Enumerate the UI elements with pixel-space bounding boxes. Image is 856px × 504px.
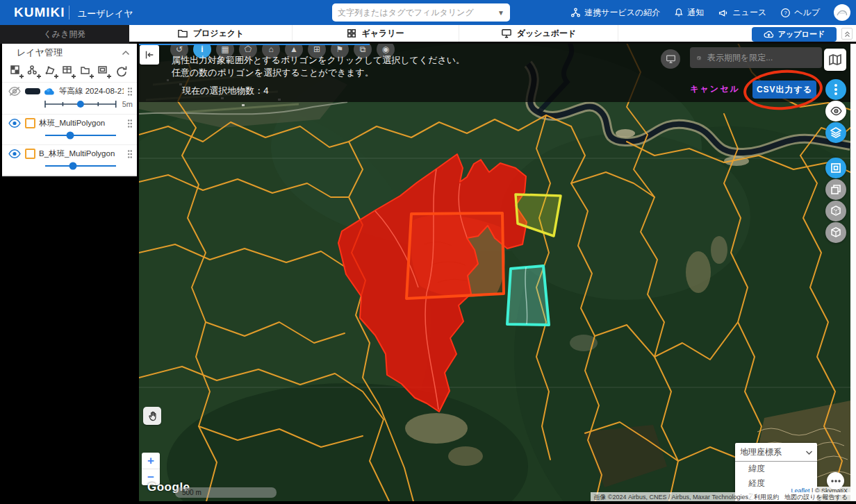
page-scroll-strip[interactable] xyxy=(850,25,856,504)
filter-search-box[interactable]: ▼ xyxy=(332,3,510,22)
basemap-button[interactable] xyxy=(824,49,846,71)
nav-notifications[interactable]: 通知 xyxy=(674,7,704,19)
csv-export-button[interactable]: CSV出力する xyxy=(752,81,816,99)
cancel-button[interactable]: キャンセル xyxy=(685,83,745,95)
tab-workspace[interactable]: くみき開発 xyxy=(0,25,129,44)
refresh-icon[interactable] xyxy=(114,64,130,80)
drag-indicator-icon[interactable] xyxy=(127,149,133,159)
window-frame-bottom xyxy=(0,501,856,504)
layer-swatch-outline[interactable] xyxy=(25,118,35,128)
folder-icon xyxy=(177,28,188,38)
display-period-box[interactable] xyxy=(690,47,822,68)
layer-row-contour[interactable]: 等高線 2024-08-21… 5m xyxy=(2,83,137,115)
cube-dashed-icon xyxy=(830,205,842,217)
workspace-label: ユーザレイヤ xyxy=(78,8,133,20)
layer-swatch-line[interactable] xyxy=(25,88,40,94)
view-2d-button[interactable] xyxy=(825,158,846,178)
hand-icon xyxy=(147,410,158,421)
share-nodes-icon xyxy=(570,7,581,18)
tab-project-label: プロジェクト xyxy=(193,28,245,40)
opacity-slider[interactable] xyxy=(44,131,119,140)
tab-project[interactable]: プロジェクト xyxy=(129,25,292,42)
polygon-cyan[interactable] xyxy=(507,266,549,325)
layer-panel-title: レイヤ管理 xyxy=(17,47,122,59)
nav-help[interactable]: ? ヘルプ xyxy=(780,7,820,19)
upload-cloud-icon xyxy=(764,30,774,39)
zoom-in-button[interactable]: + xyxy=(142,453,160,469)
drag-indicator-icon[interactable] xyxy=(127,87,133,96)
user-avatar[interactable] xyxy=(834,4,850,21)
instruction-line1: 属性出力対象範囲外とするポリゴンをクリックして選択してください。 xyxy=(172,54,465,67)
coordinate-system-select[interactable]: 地理座標系 xyxy=(735,443,817,462)
header-divider xyxy=(69,6,69,19)
add-folder-icon[interactable] xyxy=(79,64,95,80)
help-circle-icon: ? xyxy=(780,8,791,18)
nav-news[interactable]: ニュース xyxy=(718,7,766,19)
tab-dashboard[interactable]: ダッシュボード xyxy=(459,25,618,42)
nav-services-label: 連携サービスの紹介 xyxy=(584,7,660,19)
app-logo: KUMIKI xyxy=(14,5,65,20)
satellite-map[interactable] xyxy=(139,43,850,504)
instruction-line2: 任意の数のポリゴンを選択することができます。 xyxy=(172,67,374,79)
contour-interval-label: 5m xyxy=(122,100,133,108)
map-icon xyxy=(828,53,842,66)
opacity-slider[interactable] xyxy=(44,161,119,171)
tab-gallery[interactable]: ギャラリー xyxy=(292,25,459,42)
pan-tool-button[interactable] xyxy=(143,407,161,425)
display-period-input[interactable] xyxy=(707,53,815,62)
layer-row-rinpan[interactable]: 林班_MultiPolygon xyxy=(2,115,137,145)
drag-indicator-icon[interactable] xyxy=(127,119,133,128)
layer-swatch-outline[interactable] xyxy=(25,149,35,159)
map-canvas[interactable]: ↺ i ▦ ⬠ ⌂ ▲ ⊞ ⚑ ⧉ ◉ 属性出力対象範囲外とするポリゴンをクリッ… xyxy=(139,43,850,504)
chevron-down-icon[interactable]: ▼ xyxy=(497,9,504,17)
add-raster-icon[interactable] xyxy=(9,64,25,80)
app-header: KUMIKI ユーザレイヤ ▼ 連携サービスの紹介 通知 ニュース ? ヘルプ xyxy=(0,0,856,25)
more-vert-button[interactable] xyxy=(825,79,846,100)
upload-button-label: アップロード xyxy=(778,29,825,40)
collapse-header-button[interactable] xyxy=(841,28,853,40)
grid-icon xyxy=(347,28,356,38)
visibility-button[interactable] xyxy=(825,101,846,121)
pages-button[interactable] xyxy=(825,179,846,200)
caret-down-icon xyxy=(806,451,812,455)
coordinate-system-label: 地理座標系 xyxy=(740,446,806,458)
layer-row-b-rinpan[interactable]: B_林班_MultiPolygon xyxy=(2,145,137,176)
layer-name: B_林班_MultiPolygon xyxy=(39,149,124,159)
nav-services[interactable]: 連携サービスの紹介 xyxy=(570,7,660,19)
chevrons-up-icon xyxy=(843,30,851,38)
pages-icon xyxy=(830,183,842,196)
tab-bar: くみき開発 プロジェクト ギャラリー ダッシュボード アップロード xyxy=(0,25,856,44)
add-table-icon[interactable] xyxy=(61,64,77,80)
search-input[interactable] xyxy=(338,8,497,17)
display-settings-button[interactable] xyxy=(661,49,680,69)
nav-help-label: ヘルプ xyxy=(794,7,820,19)
calendar-icon xyxy=(697,53,701,63)
upload-button[interactable]: アップロード xyxy=(752,27,837,42)
eye-icon[interactable] xyxy=(8,118,22,128)
contour-interval-slider[interactable] xyxy=(44,99,119,110)
app-window: KUMIKI ユーザレイヤ ▼ 連携サービスの紹介 通知 ニュース ? ヘルプ xyxy=(0,0,856,504)
eye-off-icon[interactable] xyxy=(8,86,22,96)
coordinate-item-latitude[interactable]: 緯度 xyxy=(735,462,817,476)
scale-bar: 500 m xyxy=(175,487,277,498)
cloud-icon xyxy=(44,87,56,96)
selection-count: 現在の選択地物数：4 xyxy=(182,85,269,97)
eye-icon[interactable] xyxy=(8,149,22,159)
layers-icon xyxy=(830,126,842,139)
add-frame-icon[interactable] xyxy=(97,64,113,80)
more-vert-icon xyxy=(834,83,838,96)
layers-button[interactable] xyxy=(825,122,846,143)
cube-dashed-button[interactable] xyxy=(825,201,846,221)
selected-polygon-orange-square[interactable] xyxy=(406,213,504,299)
add-point-icon[interactable] xyxy=(26,64,42,80)
megaphone-icon xyxy=(718,8,729,18)
collapse-panel-button[interactable] xyxy=(140,45,159,65)
arrow-to-left-icon xyxy=(144,49,155,60)
chevron-up-icon[interactable] xyxy=(122,50,130,56)
layer-name: 林班_MultiPolygon xyxy=(39,118,124,128)
bell-icon xyxy=(674,7,684,18)
cube-3d-button[interactable] xyxy=(825,222,846,243)
svg-text:?: ? xyxy=(784,10,787,16)
add-polygon-icon[interactable] xyxy=(44,64,60,80)
nav-notifications-label: 通知 xyxy=(687,7,704,19)
